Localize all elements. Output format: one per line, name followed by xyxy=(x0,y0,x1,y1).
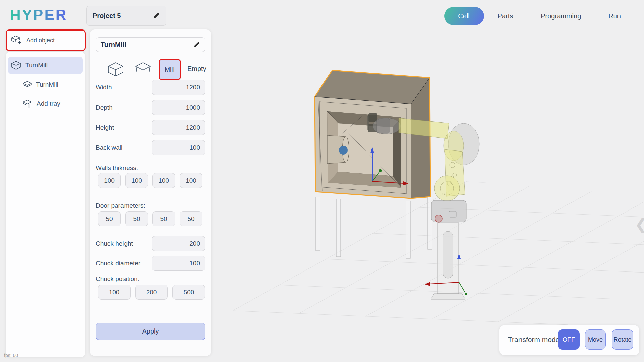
height-label: Height xyxy=(96,124,114,131)
transform-rotate-button[interactable]: Rotate xyxy=(612,329,633,350)
add-object-button[interactable]: Add object xyxy=(6,29,86,51)
wall-thickness-input-3[interactable] xyxy=(152,173,175,188)
door-parameters-label: Door parameters: xyxy=(96,202,205,209)
fps-counter: fps: 60 xyxy=(4,353,18,358)
top-navigation: Cell Parts Programming Run xyxy=(444,0,635,32)
object-tree-panel: TurnMill TurnMill Add tray xyxy=(6,52,85,357)
back-wall-input[interactable] xyxy=(152,140,205,155)
object-title-box[interactable]: TurnMill xyxy=(96,37,205,52)
project-name: Project 5 xyxy=(93,12,121,20)
chuck-position-label: Chuck position: xyxy=(96,275,205,283)
tree-item-turnmill-root[interactable]: TurnMill xyxy=(8,57,83,74)
robot-pedestal xyxy=(431,223,465,299)
tab-parts[interactable]: Parts xyxy=(484,12,527,20)
depth-input[interactable] xyxy=(152,100,205,115)
type-cube-icon[interactable] xyxy=(108,62,124,77)
chuck-position-input-z[interactable] xyxy=(172,285,205,300)
door-param-input-3[interactable] xyxy=(152,211,175,226)
tree-item-label: Add tray xyxy=(37,100,60,107)
door-param-input-4[interactable] xyxy=(180,211,202,226)
tab-cell[interactable]: Cell xyxy=(444,7,484,25)
chuck-height-label: Chuck height xyxy=(96,240,133,247)
wall-thickness-input-4[interactable] xyxy=(180,173,202,188)
tree-item-turnmill-child[interactable]: TurnMill xyxy=(19,77,83,93)
type-empty-tab[interactable]: Empty xyxy=(187,65,206,73)
type-mill-tab[interactable]: Mill xyxy=(159,59,181,80)
chuck-position-inputs xyxy=(98,285,205,300)
field-row-height: Height xyxy=(96,120,205,135)
chuck-center-handle xyxy=(339,146,348,155)
collapse-panel-chevron-icon[interactable]: ❮ xyxy=(635,215,644,233)
tree-item-label: TurnMill xyxy=(25,62,48,69)
object-properties-panel: TurnMill Mill Empty Width xyxy=(90,29,211,356)
apply-button[interactable]: Apply xyxy=(96,323,205,340)
field-row-depth: Depth xyxy=(96,100,205,115)
width-label: Width xyxy=(96,84,112,91)
tab-programming[interactable]: Programming xyxy=(527,12,595,20)
width-input[interactable] xyxy=(152,80,205,95)
layers-icon xyxy=(23,81,32,88)
mill-tab-label: Mill xyxy=(165,66,175,73)
add-object-label: Add object xyxy=(26,37,55,44)
object-title: TurnMill xyxy=(101,41,126,49)
back-wall-label: Back wall xyxy=(96,144,122,152)
project-name-box[interactable]: Project 5 xyxy=(86,6,166,26)
app-logo: HYPER xyxy=(10,7,68,23)
layers-plus-icon xyxy=(23,100,32,108)
height-input[interactable] xyxy=(152,120,205,135)
edit-title-pencil-icon[interactable] xyxy=(193,41,200,48)
tree-item-label: TurnMill xyxy=(36,81,58,88)
chuck-position-input-y[interactable] xyxy=(135,285,168,300)
transform-mode-panel: Transform mode OFF Move Rotate xyxy=(499,325,639,355)
chuck-height-input[interactable] xyxy=(152,236,205,251)
field-row-width: Width xyxy=(96,80,205,95)
field-row-chuck-height: Chuck height xyxy=(96,236,205,251)
door-param-input-2[interactable] xyxy=(125,211,148,226)
machine-legs xyxy=(316,197,432,258)
edit-project-pencil-icon[interactable] xyxy=(153,12,160,19)
walls-thickness-inputs xyxy=(98,173,205,188)
object-type-tabs: Mill Empty xyxy=(96,59,205,80)
chuck-position-input-x[interactable] xyxy=(98,285,131,300)
tree-item-add-tray[interactable]: Add tray xyxy=(19,96,83,112)
chuck-diameter-input[interactable] xyxy=(152,256,205,271)
field-row-chuck-diameter: Chuck diameter xyxy=(96,256,205,271)
depth-label: Depth xyxy=(96,104,113,111)
chuck-diameter-label: Chuck diameter xyxy=(96,260,140,267)
door-param-input-1[interactable] xyxy=(98,211,121,226)
transform-move-button[interactable]: Move xyxy=(585,329,606,350)
wall-thickness-input-2[interactable] xyxy=(125,173,148,188)
walls-thickness-label: Walls thikness: xyxy=(96,164,205,172)
chuck-cylinder xyxy=(327,135,349,164)
cube-plus-icon xyxy=(11,36,21,45)
type-table-icon[interactable] xyxy=(135,62,151,77)
cube-icon xyxy=(11,61,21,70)
door-parameters-inputs xyxy=(98,211,205,226)
transform-off-button[interactable]: OFF xyxy=(558,329,580,350)
field-row-back-wall: Back wall xyxy=(96,140,205,155)
tab-run[interactable]: Run xyxy=(595,12,635,20)
transform-mode-label: Transform mode xyxy=(508,336,559,344)
wall-thickness-input-1[interactable] xyxy=(98,173,121,188)
